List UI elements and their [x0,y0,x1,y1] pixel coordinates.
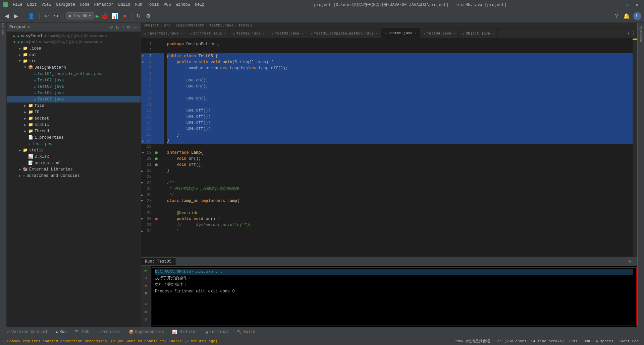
run-minimize-icon[interactable]: — [632,259,635,264]
help-search-button[interactable]: ? [613,12,620,20]
tree-item-test05[interactable]: ▶ ☕ Test05.java [7,96,141,102]
run-filter-icon[interactable]: ⊞ [144,309,148,315]
menu-view[interactable]: View [40,2,53,8]
breadcrumb-class[interactable]: Test05 [238,23,252,27]
undo-button[interactable]: ↩ [42,11,51,20]
tree-item-properties[interactable]: ▶ 📄 1.properties [7,134,141,141]
settings-button[interactable]: ⚙ [144,11,153,20]
status-position[interactable]: 3:1 (258 chars, 14 line breaks) [493,339,567,344]
project-dropdown-icon[interactable]: ▾ [28,25,30,30]
tree-item-designpattern[interactable]: ▼ 📦 DesignPattern [7,64,141,71]
sort-button[interactable]: ↕ [121,24,125,30]
debug-button[interactable]: 🐞 [101,12,108,20]
tab-java-test[interactable]: ☕ java\Test.java ✕ [141,28,186,38]
status-warning[interactable]: ⚠ Lombok requires enabled annotation pro… [3,339,217,343]
breadcrumb-designpattern[interactable]: DesignPattern [175,23,204,27]
run-button[interactable]: ▶ [96,12,99,20]
tab-test02[interactable]: ☕ Test02.java ✕ [229,28,268,38]
status-csdn[interactable]: CSDN @北海星灿夜暇 [452,339,493,344]
tab-java-test-close[interactable]: ✕ [180,31,182,36]
tree-item-static-src[interactable]: ▶ 📁 static [7,122,141,128]
run-tab-actions[interactable]: ⚙ — [629,259,637,264]
tab-object-close[interactable]: ✕ [492,31,494,36]
collapse-all-button[interactable]: ⊟ [115,24,120,30]
tree-item-test02[interactable]: ▶ ☕ Test02.java [7,77,141,83]
run-configuration[interactable]: ▶ Test05 ▾ [66,12,94,19]
menu-code[interactable]: Code [78,2,92,8]
dependencies-btn[interactable]: 📦 Dependencies [126,329,167,335]
version-control-btn[interactable]: ⎇ Version Control [3,329,50,335]
build-btn[interactable]: 🔨 Build [234,329,258,335]
run-settings-icon[interactable]: ⚙ [629,259,631,264]
tab-test03[interactable]: ☕ Test03.java ✕ [268,28,307,38]
run-rerun-icon[interactable]: ↺ [144,275,148,281]
sidebar-structure-icon[interactable]: Structure [1,24,6,29]
notification-button[interactable]: 🔔 [621,11,632,20]
tree-item-static-root[interactable]: ▶ 📁 static [7,147,141,153]
run-settings2-icon[interactable]: ⚙ [144,317,148,322]
maximize-button[interactable]: ❐ [624,1,632,8]
minimize-button[interactable]: — [614,1,622,8]
back-button[interactable]: ◀ [3,11,11,20]
tab-src-test[interactable]: ☕ src\Test.java ✕ [186,28,229,38]
tree-item-scratches[interactable]: ▶ ✏ Scratches and Consoles [7,172,141,179]
menu-refactor[interactable]: Refactor [92,2,116,8]
tab-settings-button[interactable]: ⋮ [631,30,636,36]
menu-bar[interactable]: File Edit View Navigate Code Refactor Bu… [11,2,207,8]
run-tab[interactable]: Run: Test05 [141,258,176,265]
tree-item-thread[interactable]: ▶ 📁 Thread [7,128,141,134]
tree-item-xlsx[interactable]: ▶ 📊 2.xlsx [7,153,141,160]
run-pause-icon[interactable]: ⏸ [143,290,148,296]
bookmarks-label[interactable]: Bookmarks [639,25,643,42]
run-toolbar-btn[interactable]: ▶ Run [53,329,69,335]
menu-tools[interactable]: Tools [145,2,161,8]
tab-test04-close[interactable]: ✕ [453,31,455,36]
tree-item-file[interactable]: ▶ 📁 file [7,102,141,109]
tab-test03-close[interactable]: ✕ [302,31,304,36]
menu-run[interactable]: Run [133,2,144,8]
tree-item-test01[interactable]: ▶ ☕ Test01_template_method.java [7,71,141,77]
run-play-icon[interactable]: ▶ [144,268,148,273]
settings-panel-button[interactable]: ⚙ [126,24,131,30]
window-controls[interactable]: — ❐ ✕ [614,1,641,8]
tree-item-easyexcel[interactable]: ▶ ◆ easyExcel D:\word文稿\电子版练习册\JAVA\00-J… [7,33,141,39]
menu-edit[interactable]: Edit [25,2,39,8]
tab-test05-close[interactable]: ✕ [415,31,417,35]
tab-src-test-close[interactable]: ✕ [224,31,226,36]
close-button[interactable]: ✕ [633,1,641,8]
profiler-btn[interactable]: 📊 Profiler [169,329,201,335]
menu-help[interactable]: Help [193,2,207,8]
tab-test04[interactable]: ☕ Test04.java ✕ [420,28,459,38]
menu-vcs[interactable]: VCS [162,2,173,8]
redo-button[interactable]: ↪ [52,11,60,20]
tree-item-external-libs[interactable]: ▶ 📚 External Libraries [7,166,141,172]
stop-button[interactable]: ■ [121,12,129,20]
status-charset[interactable]: GBK [581,339,593,344]
tab-test01-close[interactable]: ✕ [376,31,378,36]
breadcrumb-project[interactable]: project [144,23,159,27]
tree-item-test04[interactable]: ▶ ☕ Test04.java [7,90,141,96]
tree-item-project[interactable]: ▼ ◆ project D:\word文稿\电子版练习册\JAVA\00-JAV… [7,39,141,45]
terminal-btn[interactable]: ▣ Terminal [203,329,232,335]
breadcrumb-file[interactable]: Test05.java [209,23,234,27]
tree-item-socket[interactable]: ▶ 📁 socket [7,115,141,122]
coverage-button[interactable]: 📊 [109,11,120,20]
tree-item-io[interactable]: ▶ 📁 IO [7,109,141,115]
tab-test02-close[interactable]: ✕ [263,31,265,36]
tree-item-testjava[interactable]: ▶ ☕ Test.java [7,141,141,147]
tree-item-src[interactable]: ▼ 📁 src [7,58,141,64]
tab-object[interactable]: ☕ Object.java ✕ [459,28,498,38]
status-crlf[interactable]: CRLF [567,339,581,344]
terminal-container[interactable]: D:\JAVA\JDK\bin\java.exe ... 执行了开灯的操作！ 执… [151,266,637,327]
code-editor[interactable]: package DesignPattern; public class Test… [164,39,633,257]
gutter-fold-3[interactable]: ▼ [141,55,145,58]
tab-test05[interactable]: ☕ Test05.java ✕ [381,28,420,38]
user-button[interactable]: 👤 [26,11,37,20]
status-indent[interactable]: 4 spaces [593,339,616,344]
tab-overflow-button[interactable]: ▾ [627,30,630,36]
editor-content[interactable]: 1 2 ▼ 3 ▼ 4 [141,39,637,257]
locate-file-button[interactable]: ⊙ [109,24,114,30]
menu-file[interactable]: File [11,2,24,8]
problems-btn[interactable]: ⚠ Problems [95,329,123,335]
breadcrumb-src[interactable]: src [164,23,171,27]
